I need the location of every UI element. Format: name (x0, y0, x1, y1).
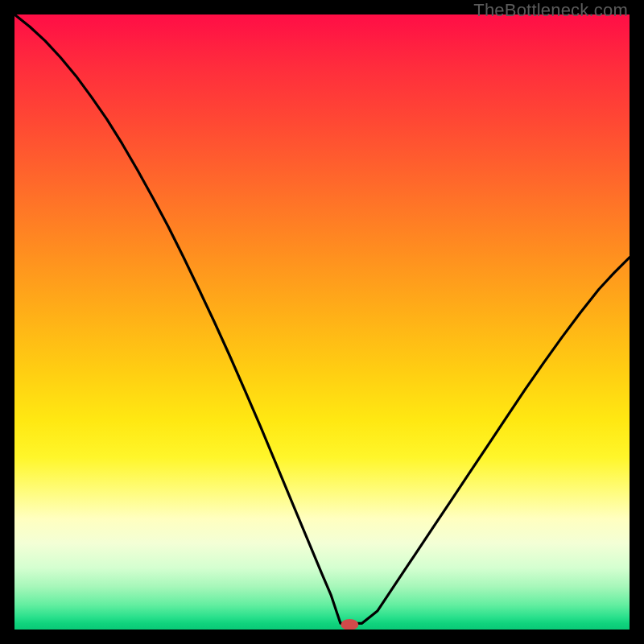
plot-area (14, 14, 630, 630)
bottleneck-curve (14, 14, 630, 630)
svg-point-0 (341, 619, 358, 630)
watermark-text: TheBottleneck.com (473, 0, 628, 21)
chart-frame: TheBottleneck.com (0, 0, 644, 644)
